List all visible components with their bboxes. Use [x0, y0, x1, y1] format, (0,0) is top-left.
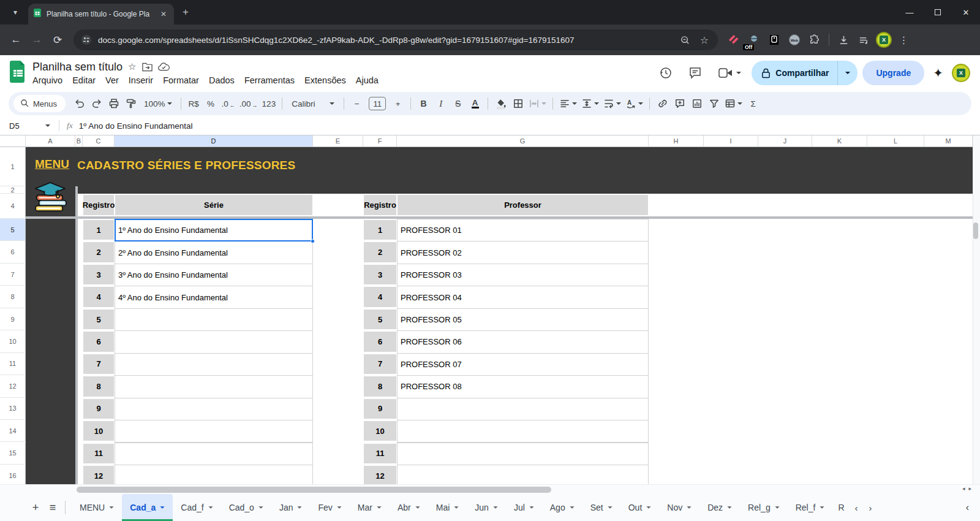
back-button[interactable]: ← [6, 30, 26, 50]
professor-value-cell[interactable] [397, 398, 649, 420]
document-title[interactable]: Planilha sem título [32, 61, 123, 74]
professor-registro-cell[interactable]: 1 [363, 219, 397, 240]
create-filter-button[interactable] [706, 95, 722, 112]
menu-dados[interactable]: Dados [204, 74, 239, 86]
professor-value-cell[interactable]: PROFESSOR 05 [397, 308, 649, 331]
sheet-tab-caret-icon[interactable] [570, 506, 574, 509]
menu-link[interactable]: MENU [35, 158, 75, 175]
row-header-13[interactable]: 13 [0, 398, 26, 420]
row-header-11[interactable]: 11 [0, 353, 26, 375]
sheet-tab-caret-icon[interactable] [258, 506, 263, 509]
maximize-button[interactable] [924, 0, 952, 25]
professor-registro-cell[interactable]: 6 [363, 331, 397, 352]
row-header-15[interactable]: 15 [0, 443, 26, 465]
row-header-16[interactable]: 16 [0, 465, 26, 484]
vertical-scrollbar-thumb[interactable] [973, 222, 978, 239]
tab-close-icon[interactable]: ✕ [158, 9, 169, 20]
series-value-cell[interactable]: 1º Ano do Ensino Fundamental [115, 219, 313, 241]
adblock-extension-icon[interactable] [725, 32, 742, 48]
more-formats-button[interactable]: 123 [260, 95, 278, 112]
sheet-tab-Ago[interactable]: Ago [542, 494, 582, 521]
horizontal-scrollbar[interactable]: ◂▸ [0, 484, 980, 494]
paint-format-button[interactable] [123, 95, 139, 112]
row-header-12[interactable]: 12 [0, 375, 26, 397]
menu-extensoes[interactable]: Extensões [300, 74, 351, 86]
menus-pill[interactable]: Menus [13, 95, 66, 112]
meet-video-icon[interactable] [712, 61, 747, 85]
column-header-D[interactable]: D [115, 135, 313, 147]
prof-header-professor[interactable]: Professor [397, 194, 649, 216]
grid-corner[interactable] [0, 135, 26, 147]
row-header-10[interactable]: 10 [0, 330, 26, 352]
sheet-tab-Nov[interactable]: Nov [659, 494, 699, 521]
column-header-G[interactable]: G [397, 135, 649, 147]
professor-registro-cell[interactable]: 12 [363, 465, 397, 484]
series-registro-cell[interactable]: 11 [83, 443, 115, 464]
vpn-extension-icon[interactable]: Off [745, 32, 762, 48]
professor-registro-cell[interactable]: 2 [363, 241, 397, 262]
series-registro-cell[interactable]: 4 [83, 286, 115, 307]
row-header-1[interactable]: 1 [0, 147, 26, 186]
font-size-field[interactable]: 11 [366, 95, 389, 112]
series-value-cell[interactable] [115, 375, 313, 398]
series-registro-cell[interactable]: 5 [83, 309, 115, 330]
text-color-button[interactable]: A [467, 95, 483, 112]
column-header-K[interactable]: K [812, 135, 867, 147]
text-wrap-button[interactable] [601, 95, 623, 112]
sheet-tab-caret-icon[interactable] [647, 506, 651, 509]
series-value-cell[interactable] [115, 330, 313, 353]
series-registro-cell[interactable]: 9 [83, 398, 115, 419]
professor-value-cell[interactable] [397, 420, 649, 443]
close-button[interactable]: ✕ [952, 0, 980, 25]
add-sheet-button[interactable]: + [27, 499, 44, 516]
column-header-B[interactable]: B [75, 135, 83, 147]
column-header-J[interactable]: J [758, 135, 812, 147]
bookmark-star-icon[interactable]: ☆ [697, 32, 712, 47]
web-archive-extension-icon[interactable]: Web [786, 32, 802, 48]
series-registro-cell[interactable]: 3 [83, 264, 115, 285]
series-registro-cell[interactable]: 2 [83, 241, 115, 262]
undo-button[interactable] [71, 95, 88, 112]
professor-registro-cell[interactable]: 11 [363, 443, 397, 464]
column-header-A[interactable]: A [26, 135, 75, 147]
row-header-8[interactable]: 8 [0, 286, 26, 308]
column-header-M[interactable]: M [924, 135, 973, 147]
series-value-cell[interactable]: 4º Ano do Ensino Fundamental [115, 286, 313, 308]
sheet-tab-caret-icon[interactable] [298, 506, 302, 509]
menu-arquivo[interactable]: Arquivo [28, 74, 67, 86]
table-views-button[interactable] [723, 95, 744, 112]
downloads-icon[interactable] [835, 32, 852, 48]
row-header-14[interactable]: 14 [0, 420, 26, 442]
upgrade-button[interactable]: Upgrade [862, 61, 924, 85]
side-panel-collapse-icon[interactable]: ‹ [966, 502, 969, 513]
bold-button[interactable]: B [415, 95, 432, 112]
sheet-tab-caret-icon[interactable] [208, 506, 213, 509]
sheet-tab-Jun[interactable]: Jun [467, 494, 506, 521]
sheet-tab-Rel_g[interactable]: Rel_g [740, 494, 788, 521]
series-value-cell[interactable] [115, 420, 313, 443]
tab-search-button[interactable]: ▾ [7, 4, 23, 20]
series-registro-cell[interactable]: 6 [83, 331, 115, 352]
browser-tab[interactable]: Planilha sem título - Google Pla ✕ [28, 4, 174, 25]
minimize-button[interactable]: — [895, 0, 924, 25]
sheet-tab-caret-icon[interactable] [337, 506, 341, 509]
horizontal-align-button[interactable] [557, 95, 579, 112]
address-bar[interactable]: docs.google.com/spreadsheets/d/1iSsnSHCd… [74, 29, 718, 50]
professor-value-cell[interactable]: PROFESSOR 08 [397, 375, 649, 398]
sheet-tab-caret-icon[interactable] [529, 506, 533, 509]
professor-registro-cell[interactable]: 4 [363, 286, 397, 307]
spreadsheet-grid[interactable]: ABCDEFGHIJKLMMENUCADASTRO SÉRIES E PROFE… [0, 135, 980, 484]
sheet-tab-R[interactable]: R [832, 494, 846, 521]
sheet-tab-Dez[interactable]: Dez [699, 494, 740, 521]
series-value-cell[interactable] [115, 353, 313, 376]
series-registro-cell[interactable]: 12 [83, 465, 115, 484]
series-registro-cell[interactable]: 10 [83, 420, 115, 441]
sheet-tab-Abr[interactable]: Abr [390, 494, 428, 521]
series-value-cell[interactable] [115, 308, 313, 331]
professor-registro-cell[interactable]: 3 [363, 264, 397, 285]
professor-value-cell[interactable] [397, 443, 649, 465]
star-document-icon[interactable]: ☆ [128, 61, 136, 72]
borders-button[interactable] [510, 95, 526, 112]
sheet-tab-caret-icon[interactable] [377, 506, 381, 509]
sheet-tab-Fev[interactable]: Fev [310, 494, 349, 521]
